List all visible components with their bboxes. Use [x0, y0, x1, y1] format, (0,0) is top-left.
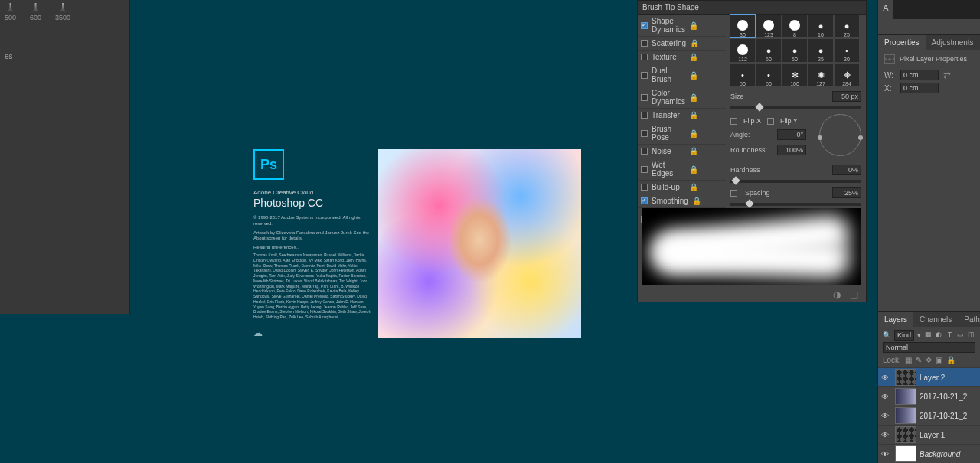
brush-preset-500[interactable]: 500 — [5, 3, 16, 21]
brush-thumb-127[interactable]: ✺127 — [808, 64, 833, 86]
layer-thumbnail[interactable] — [895, 407, 916, 424]
spacing-value[interactable]: 25% — [832, 187, 861, 198]
hardness-value[interactable]: 0% — [832, 165, 861, 175]
brush-option-shape-dynamics[interactable]: Shape Dynamics🔒 — [638, 15, 726, 37]
brush-option-noise[interactable]: Noise🔒 — [638, 145, 726, 158]
layer-row[interactable]: 👁Layer 2 — [878, 367, 980, 386]
checkbox[interactable] — [641, 148, 648, 155]
lock-position-icon[interactable]: ✥ — [926, 356, 932, 364]
spacing-checkbox[interactable] — [730, 190, 737, 197]
visibility-icon[interactable]: 👁 — [881, 393, 892, 401]
filter-shape-icon[interactable]: ▭ — [957, 331, 965, 340]
lock-icon[interactable]: 🔒 — [689, 129, 723, 138]
lock-icon[interactable]: 🔒 — [689, 147, 723, 155]
filter-icon[interactable]: 🔍 — [883, 331, 891, 339]
brush-thumb-60[interactable]: ●60 — [756, 39, 781, 62]
visibility-icon[interactable]: 👁 — [881, 412, 892, 420]
checkbox[interactable] — [641, 54, 648, 60]
brush-thumb-112[interactable]: 112 — [730, 39, 755, 62]
brush-option-color-dynamics[interactable]: Color Dynamics🔒 — [638, 86, 726, 109]
brush-preset-3500[interactable]: 3500 — [55, 3, 70, 21]
angle-control[interactable] — [819, 114, 861, 156]
brush-option-scattering[interactable]: Scattering🔒 — [638, 37, 726, 51]
layer-thumbnail[interactable] — [895, 426, 916, 443]
layer-name[interactable]: 2017-10-21_2 — [920, 412, 977, 420]
x-value[interactable]: 0 cm — [900, 83, 939, 93]
flip-x-checkbox[interactable] — [730, 118, 737, 125]
layer-thumbnail[interactable] — [895, 369, 916, 386]
size-slider[interactable] — [730, 106, 861, 109]
brush-thumb-30[interactable]: •30 — [835, 39, 859, 62]
lock-icon[interactable]: 🔒 — [689, 21, 723, 30]
layer-row[interactable]: 👁2017-10-21_2 — [878, 406, 980, 425]
checkbox[interactable] — [641, 72, 648, 79]
checkbox[interactable] — [641, 40, 648, 47]
brush-option-wet-edges[interactable]: Wet Edges🔒 — [638, 158, 726, 181]
lock-icon[interactable]: 🔒 — [689, 183, 723, 191]
tab-paths[interactable]: Paths — [958, 312, 980, 327]
new-brush-icon[interactable]: ◫ — [850, 289, 858, 300]
lock-icon[interactable]: 🔒 — [689, 165, 723, 174]
layer-name[interactable]: Background — [920, 450, 977, 458]
checkbox[interactable] — [641, 184, 648, 191]
brush-option-texture[interactable]: Texture🔒 — [638, 51, 726, 64]
filter-adjust-icon[interactable]: ◐ — [935, 331, 942, 340]
checkbox[interactable] — [641, 130, 648, 137]
brush-thumb-123[interactable]: 123 — [756, 15, 781, 37]
brush-thumb-50[interactable]: ●50 — [782, 39, 807, 62]
brush-option-brush-pose[interactable]: Brush Pose🔒 — [638, 122, 726, 145]
checkbox[interactable] — [641, 166, 648, 173]
brush-preset-600[interactable]: 600 — [30, 3, 41, 21]
lock-icon[interactable]: 🔒 — [690, 39, 723, 47]
checkbox[interactable] — [641, 22, 648, 29]
brush-thumb-10[interactable]: ●10 — [808, 15, 833, 37]
checkbox[interactable] — [641, 197, 648, 204]
lock-transparency-icon[interactable]: ▦ — [905, 356, 912, 364]
checkbox[interactable] — [641, 94, 648, 101]
layer-row[interactable]: 👁2017-10-21_2 — [878, 386, 980, 406]
lock-icon[interactable]: 🔒 — [689, 93, 723, 102]
flip-y-checkbox[interactable] — [767, 118, 774, 125]
kind-filter[interactable]: Kind — [894, 330, 914, 341]
brush-thumb-60[interactable]: •60 — [756, 64, 781, 86]
checkbox[interactable] — [641, 112, 648, 119]
brush-thumb-25[interactable]: ●25 — [808, 39, 833, 62]
spacing-slider[interactable] — [730, 203, 861, 206]
roundness-value[interactable]: 100% — [777, 145, 806, 155]
tab-properties[interactable]: Properties — [878, 35, 926, 50]
brush-thumb-8[interactable]: 8 — [782, 15, 807, 37]
tab-channels[interactable]: Channels — [913, 312, 958, 327]
brush-thumb-284[interactable]: ❋284 — [835, 64, 859, 86]
layer-thumbnail[interactable] — [895, 388, 916, 405]
blend-mode-select[interactable]: Normal — [883, 342, 975, 353]
lock-icon[interactable]: 🔒 — [692, 197, 723, 205]
visibility-icon[interactable]: 👁 — [881, 450, 892, 458]
toggle-preview-icon[interactable]: ◑ — [833, 289, 841, 300]
tab-adjustments[interactable]: Adjustments — [926, 35, 980, 50]
brush-option-build-up[interactable]: Build-up🔒 — [638, 181, 726, 194]
layer-name[interactable]: Layer 1 — [920, 431, 977, 439]
brush-option-transfer[interactable]: Transfer🔒 — [638, 109, 726, 122]
filter-type-icon[interactable]: T — [946, 331, 953, 340]
layer-name[interactable]: Layer 2 — [920, 373, 977, 382]
filter-pixel-icon[interactable]: ▦ — [924, 331, 932, 340]
lock-pixels-icon[interactable]: ✎ — [916, 356, 922, 364]
type-tool-icon[interactable]: A — [878, 0, 893, 15]
angle-value[interactable]: 0° — [777, 129, 806, 140]
brush-thumb-25[interactable]: ●25 — [835, 15, 859, 37]
filter-smart-icon[interactable]: ◫ — [968, 331, 975, 340]
visibility-icon[interactable]: 👁 — [881, 373, 892, 382]
brush-thumb-50[interactable]: •50 — [730, 64, 755, 86]
tab-layers[interactable]: Layers — [878, 312, 913, 327]
lock-icon[interactable]: 🔒 — [689, 71, 723, 80]
lock-artboard-icon[interactable]: ▣ — [936, 356, 942, 364]
layer-row[interactable]: 👁Background — [878, 444, 980, 463]
brush-thumb-100[interactable]: ✻100 — [782, 64, 807, 86]
width-value[interactable]: 0 cm — [900, 70, 939, 80]
lock-all-icon[interactable]: 🔒 — [946, 356, 956, 364]
lock-icon[interactable]: 🔒 — [689, 53, 723, 61]
brush-option-smoothing[interactable]: Smoothing🔒 — [638, 194, 726, 208]
layer-thumbnail[interactable] — [895, 445, 916, 462]
link-dimensions-icon[interactable]: ⇄ — [943, 70, 951, 80]
brush-thumb-30[interactable]: 30 — [730, 15, 755, 37]
